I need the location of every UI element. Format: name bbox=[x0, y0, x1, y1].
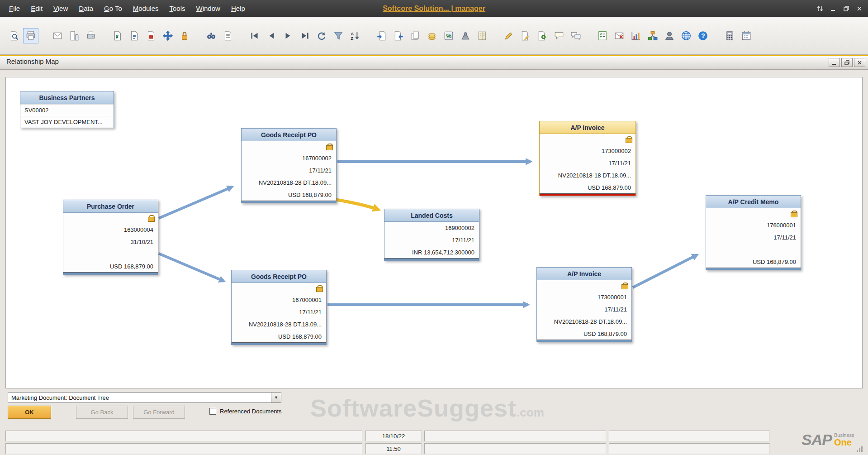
menu-edit[interactable]: Edit bbox=[25, 0, 48, 17]
referenced-documents-checkbox[interactable] bbox=[209, 408, 216, 415]
doc-number: 169000002 bbox=[384, 222, 479, 234]
web-browser-icon[interactable] bbox=[678, 28, 694, 43]
payment-means-icon[interactable] bbox=[424, 28, 440, 43]
referenced-documents-label[interactable]: Referenced Documents bbox=[220, 408, 282, 415]
queries-icon[interactable] bbox=[220, 28, 236, 43]
previous-record-icon[interactable] bbox=[264, 28, 279, 43]
edit-icon[interactable] bbox=[501, 28, 517, 43]
toolbar-separator bbox=[40, 28, 50, 43]
volume-weight-icon[interactable] bbox=[458, 28, 473, 43]
restore-icon[interactable] bbox=[841, 4, 851, 13]
filter-icon[interactable] bbox=[331, 28, 346, 43]
email-icon[interactable] bbox=[50, 28, 65, 43]
document-journal-icon[interactable] bbox=[408, 28, 423, 43]
transaction-journal-icon[interactable] bbox=[474, 28, 490, 43]
lock-row bbox=[232, 283, 326, 294]
menu-goto[interactable]: Go To bbox=[99, 0, 128, 17]
go-back-button[interactable]: Go Back bbox=[76, 406, 128, 419]
sms-icon[interactable] bbox=[66, 28, 82, 43]
user-icon[interactable] bbox=[662, 28, 677, 43]
menu-tools[interactable]: Tools bbox=[164, 0, 190, 17]
status-message-field bbox=[5, 443, 362, 454]
print-icon[interactable] bbox=[23, 28, 38, 43]
base-document-icon[interactable] bbox=[391, 28, 406, 43]
next-record-icon[interactable] bbox=[280, 28, 296, 43]
chevron-down-icon[interactable]: ▼ bbox=[271, 393, 281, 402]
doc-date: 17/11/21 bbox=[232, 306, 326, 318]
minimize-icon[interactable] bbox=[828, 4, 838, 13]
business-partner-code: SV00002 bbox=[20, 104, 114, 116]
close-button[interactable] bbox=[854, 58, 865, 67]
toolbar-separator bbox=[100, 28, 110, 43]
outlook-integration-icon[interactable] bbox=[612, 28, 627, 43]
help-icon[interactable]: ? bbox=[695, 28, 711, 43]
business-partner-name: VAST JOY DEVELOPMENT... bbox=[20, 116, 114, 128]
node-ap-credit-memo[interactable]: A/P Credit Memo 176000001 17/11/21 USD 1… bbox=[706, 195, 801, 270]
dialog-icon[interactable] bbox=[568, 28, 583, 43]
node-ap-invoice-top[interactable]: A/P Invoice 173000002 17/11/21 NV2021081… bbox=[539, 121, 636, 196]
menu-modules[interactable]: Modules bbox=[128, 0, 164, 17]
arrow-po-to-grpo-bottom bbox=[159, 254, 224, 281]
gross-profit-icon[interactable]: % bbox=[441, 28, 456, 43]
first-record-icon[interactable] bbox=[247, 28, 262, 43]
refresh-icon[interactable] bbox=[314, 28, 329, 43]
sap-business-one-logo: SAP Business One bbox=[802, 432, 854, 447]
toolbar-separator bbox=[237, 28, 247, 43]
print-preview-icon[interactable] bbox=[6, 28, 22, 43]
doc-date: 17/11/21 bbox=[242, 164, 336, 177]
form-settings-icon[interactable] bbox=[535, 28, 550, 43]
doc-amount: USD 168,879.00 bbox=[63, 260, 158, 273]
export-word-icon[interactable] bbox=[127, 28, 142, 43]
fax-icon[interactable] bbox=[83, 28, 99, 43]
doc-amount: USD 168,879.00 bbox=[706, 256, 801, 268]
doc-amount: USD 168,879.00 bbox=[242, 189, 336, 201]
node-goods-receipt-po-bottom[interactable]: Goods Receipt PO 167000001 17/11/21 NV20… bbox=[231, 270, 327, 345]
menu-view[interactable]: View bbox=[48, 0, 73, 17]
close-icon[interactable] bbox=[854, 4, 864, 13]
toolbar-separator bbox=[194, 28, 204, 43]
menu-file[interactable]: File bbox=[4, 0, 25, 17]
swap-windows-icon[interactable] bbox=[815, 4, 825, 13]
target-document-icon[interactable] bbox=[374, 28, 389, 43]
node-title: Purchase Order bbox=[63, 200, 158, 213]
lock-screen-icon[interactable] bbox=[177, 28, 192, 43]
toolbar-separator bbox=[585, 28, 595, 43]
lock-row bbox=[242, 141, 336, 152]
layout-designer-icon[interactable] bbox=[160, 28, 175, 43]
node-purchase-order[interactable]: Purchase Order 163000004 31/10/21 USD 16… bbox=[63, 200, 158, 275]
status-field bbox=[609, 431, 770, 441]
node-goods-receipt-po-top[interactable]: Goods Receipt PO 167000002 17/11/21 NV20… bbox=[241, 128, 337, 203]
resize-grip-icon bbox=[857, 446, 863, 452]
menu-data[interactable]: Data bbox=[73, 0, 99, 17]
ok-button[interactable]: OK bbox=[8, 406, 51, 419]
lock-icon bbox=[791, 211, 797, 217]
doc-reference: NV20210818-28 DT.18.09... bbox=[242, 177, 336, 189]
menu-help[interactable]: Help bbox=[226, 0, 251, 17]
remarks-icon[interactable] bbox=[551, 28, 567, 43]
go-forward-button[interactable]: Go Forward bbox=[133, 406, 185, 419]
last-record-icon[interactable] bbox=[297, 28, 313, 43]
arrow-grpo-top-to-landed-costs bbox=[331, 199, 379, 210]
watermark: SoftwareSuggest.com bbox=[310, 394, 544, 422]
node-business-partners[interactable]: Business Partners SV00002 VAST JOY DEVEL… bbox=[20, 91, 114, 128]
menu-window[interactable]: Window bbox=[191, 0, 226, 17]
export-pdf-icon[interactable] bbox=[143, 28, 159, 43]
toolbar-separator bbox=[712, 28, 722, 43]
doc-number: 167000001 bbox=[232, 294, 326, 306]
node-ap-invoice-bottom[interactable]: A/P Invoice 173000001 17/11/21 NV2021081… bbox=[536, 267, 632, 342]
node-landed-costs[interactable]: Landed Costs 169000002 17/11/21 INR 13,6… bbox=[384, 209, 479, 261]
export-excel-icon[interactable] bbox=[110, 28, 125, 43]
chart-icon[interactable] bbox=[628, 28, 644, 43]
sort-icon[interactable]: AZ bbox=[347, 28, 363, 43]
relationship-map-icon[interactable] bbox=[645, 28, 660, 43]
document-type-select[interactable]: Marketing Document: Document Tree ▼ bbox=[8, 392, 281, 403]
find-icon[interactable] bbox=[204, 28, 219, 43]
lock-row bbox=[706, 208, 801, 219]
calculator-icon[interactable] bbox=[722, 28, 737, 43]
restore-button[interactable] bbox=[841, 58, 853, 67]
calendar-icon[interactable] bbox=[739, 28, 754, 43]
node-status-strip bbox=[63, 273, 158, 274]
minimize-button[interactable] bbox=[829, 58, 840, 67]
new-activity-icon[interactable] bbox=[518, 28, 533, 43]
checklist-icon[interactable] bbox=[595, 28, 610, 43]
